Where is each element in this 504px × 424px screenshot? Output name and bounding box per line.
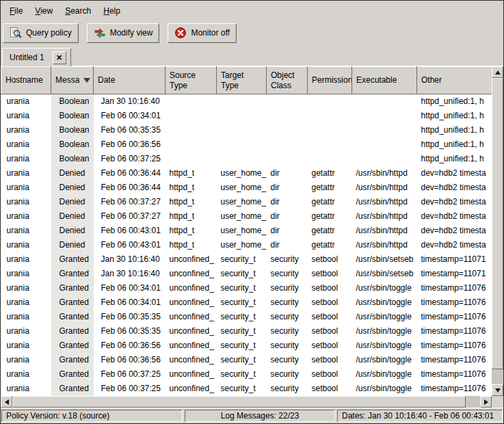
- cell: [267, 109, 308, 123]
- cell: security: [267, 382, 308, 396]
- cell: httpd_t: [165, 209, 217, 224]
- cell: security_t: [217, 367, 267, 382]
- column-header-message-label: Messa: [55, 75, 79, 85]
- menu-help[interactable]: Help: [97, 3, 127, 18]
- column-header-date[interactable]: Date: [94, 67, 165, 94]
- table-row[interactable]: uraniaDeniedFeb 06 00:36:44httpd_tuser_h…: [1, 166, 492, 181]
- cell: urania: [1, 382, 51, 396]
- cell: [217, 123, 267, 137]
- column-header-source-type[interactable]: Source Type: [165, 67, 217, 94]
- cell: [217, 94, 267, 109]
- menu-search[interactable]: Search: [59, 3, 97, 18]
- cell: timestamp=11076: [417, 353, 492, 367]
- cell: unconfined_: [165, 295, 217, 310]
- table-row[interactable]: uraniaGrantedJan 30 10:16:40unconfined_s…: [1, 252, 492, 267]
- monitor-off-button[interactable]: Monitor off: [168, 23, 236, 43]
- cell: unconfined_: [165, 267, 217, 281]
- cell: /usr/sbin/httpd: [352, 181, 417, 195]
- cell: urania: [1, 209, 51, 224]
- table-row[interactable]: uraniaDeniedFeb 06 00:37:27httpd_tuser_h…: [1, 209, 492, 224]
- cell: urania: [1, 137, 51, 152]
- table-row[interactable]: uraniaGrantedFeb 06 00:35:35unconfined_s…: [1, 310, 492, 324]
- cell: Granted: [51, 281, 94, 295]
- cell: Feb 06 00:35:35: [94, 324, 165, 339]
- column-header-executable[interactable]: Executable: [352, 67, 417, 94]
- column-header-target-type[interactable]: Target Type: [217, 67, 267, 94]
- tab-close-button[interactable]: ✕: [53, 51, 66, 64]
- cell: urania: [1, 281, 51, 295]
- cell: dir: [267, 166, 308, 181]
- table-row[interactable]: uraniaDeniedFeb 06 00:43:01httpd_tuser_h…: [1, 224, 492, 238]
- menu-bar: File View Search Help: [1, 1, 503, 20]
- table-row[interactable]: uraniaGrantedFeb 06 00:37:25unconfined_s…: [1, 367, 492, 382]
- log-table-zone: Hostname Messa Date Source Type Target T…: [1, 66, 503, 396]
- scroll-left-button[interactable]: [1, 396, 12, 408]
- table-row[interactable]: uraniaGrantedJan 30 10:16:40unconfined_s…: [1, 267, 492, 281]
- column-header-message[interactable]: Messa: [51, 67, 94, 94]
- scroll-down-button[interactable]: [492, 384, 503, 396]
- table-row[interactable]: uraniaDeniedFeb 06 00:37:27httpd_tuser_h…: [1, 195, 492, 209]
- cell: [267, 152, 308, 166]
- cell: [352, 152, 417, 166]
- cell: user_home_: [217, 181, 267, 195]
- horizontal-scrollbar-thumb[interactable]: [12, 396, 466, 408]
- cell: getattr: [308, 238, 352, 252]
- column-header-permission[interactable]: Permission: [308, 67, 352, 94]
- horizontal-scrollbar[interactable]: [1, 396, 492, 408]
- table-row[interactable]: uraniaBooleanFeb 06 00:35:35httpd_unifie…: [1, 123, 492, 137]
- cell: timestamp=11071: [417, 267, 492, 281]
- cell: httpd_unified:1, h: [417, 123, 492, 137]
- cell: Granted: [51, 353, 94, 367]
- cell: security: [267, 267, 308, 281]
- tab-untitled-1[interactable]: Untitled 1 ✕: [2, 48, 71, 66]
- scroll-up-button[interactable]: [492, 66, 503, 78]
- table-row[interactable]: uraniaGrantedFeb 06 00:36:56unconfined_s…: [1, 353, 492, 367]
- cell: Feb 06 00:37:25: [94, 382, 165, 396]
- column-header-hostname[interactable]: Hostname: [1, 67, 51, 94]
- cell: urania: [1, 109, 51, 123]
- cell: security: [267, 367, 308, 382]
- cell: dev=hdb2 timesta: [417, 224, 492, 238]
- cell: Granted: [51, 367, 94, 382]
- cell: Feb 06 00:37:27: [94, 209, 165, 224]
- table-row[interactable]: uraniaGrantedFeb 06 00:34:01unconfined_s…: [1, 281, 492, 295]
- cell: urania: [1, 152, 51, 166]
- cell: /usr/sbin/toggle: [352, 353, 417, 367]
- cell: Feb 06 00:36:44: [94, 166, 165, 181]
- cell: setbool: [308, 295, 352, 310]
- cell: Granted: [51, 382, 94, 396]
- cell: unconfined_: [165, 324, 217, 339]
- cell: unconfined_: [165, 339, 217, 353]
- cell: dir: [267, 238, 308, 252]
- vertical-scrollbar-thumb[interactable]: [492, 78, 503, 369]
- cell: urania: [1, 295, 51, 310]
- table-row[interactable]: uraniaGrantedFeb 06 00:37:25unconfined_s…: [1, 382, 492, 396]
- cell: unconfined_: [165, 367, 217, 382]
- cell: /usr/sbin/toggle: [352, 339, 417, 353]
- table-row[interactable]: uraniaBooleanFeb 06 00:36:56httpd_unifie…: [1, 137, 492, 152]
- query-policy-button[interactable]: Query policy: [3, 23, 79, 43]
- table-row[interactable]: uraniaGrantedFeb 06 00:35:35unconfined_s…: [1, 324, 492, 339]
- cell: Boolean: [51, 109, 94, 123]
- menu-file[interactable]: File: [3, 3, 29, 18]
- table-row[interactable]: uraniaGrantedFeb 06 00:34:01unconfined_s…: [1, 295, 492, 310]
- cell: httpd_unified:1, h: [417, 94, 492, 109]
- cell: security: [267, 310, 308, 324]
- menu-view[interactable]: View: [29, 3, 59, 18]
- modify-view-button[interactable]: Modify view: [87, 23, 160, 43]
- table-row[interactable]: uraniaDeniedFeb 06 00:43:01httpd_tuser_h…: [1, 238, 492, 252]
- left-arrow-icon: [5, 399, 9, 405]
- scroll-right-button[interactable]: [480, 396, 492, 408]
- table-row[interactable]: uraniaGrantedFeb 06 00:36:56unconfined_s…: [1, 339, 492, 353]
- table-row[interactable]: uraniaBooleanFeb 06 00:34:01httpd_unifie…: [1, 109, 492, 123]
- horizontal-scrollbar-track[interactable]: [12, 396, 480, 408]
- column-header-object-class[interactable]: Object Class: [267, 67, 308, 94]
- table-row[interactable]: uraniaDeniedFeb 06 00:36:44httpd_tuser_h…: [1, 181, 492, 195]
- table-row[interactable]: uraniaBooleanFeb 06 00:37:25httpd_unifie…: [1, 152, 492, 166]
- vertical-scrollbar[interactable]: [492, 66, 503, 396]
- column-header-other[interactable]: Other: [417, 67, 492, 94]
- cell: Feb 06 00:36:56: [94, 137, 165, 152]
- table-row[interactable]: uraniaBooleanJan 30 10:16:40httpd_unifie…: [1, 94, 492, 109]
- cell: security: [267, 324, 308, 339]
- vertical-scrollbar-track[interactable]: [492, 78, 503, 384]
